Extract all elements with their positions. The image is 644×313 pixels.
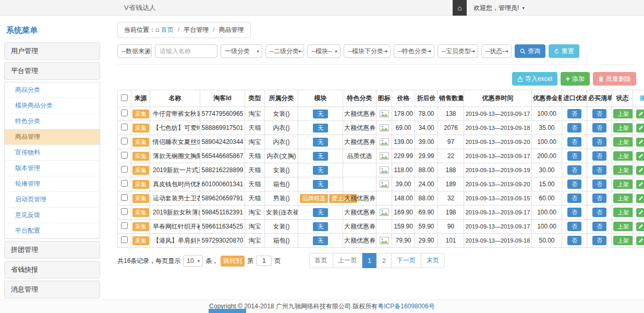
sidebar-subitem[interactable]: 商品分类	[5, 82, 100, 98]
status-button[interactable]: 上架	[613, 222, 633, 231]
status-button[interactable]: 上架	[613, 137, 633, 147]
must-buy-button[interactable]: 否	[592, 208, 606, 217]
filter-select[interactable]: --状态--▼	[481, 44, 512, 58]
row-checkbox[interactable]	[121, 152, 128, 159]
status-button[interactable]: 上架	[613, 123, 633, 133]
select-all-checkbox[interactable]	[121, 94, 128, 101]
breadcrumb-item[interactable]: 平台管理	[184, 26, 209, 33]
filter-select[interactable]: --模块--▼	[307, 44, 341, 58]
table-row: 采集薄款无钢圈文胸聚拢性...565446685867天猫内衣(文胸)无品质优选…	[118, 149, 644, 163]
import-optimal-button[interactable]: 否	[567, 179, 581, 189]
must-buy-button[interactable]: 否	[592, 165, 606, 175]
import-optimal-button[interactable]: 否	[567, 109, 581, 118]
edit-button[interactable]	[636, 138, 644, 147]
status-button[interactable]: 上架	[613, 208, 633, 217]
page-button[interactable]: 上一页	[332, 253, 362, 268]
home-button[interactable]: ⌂	[453, 0, 467, 16]
reset-button[interactable]: 重置	[549, 44, 579, 58]
row-checkbox[interactable]	[121, 124, 128, 130]
filter-select[interactable]: --宝贝类型--▼	[438, 44, 478, 58]
sidebar-section[interactable]: 省钱快报	[4, 261, 100, 279]
checkbox-cell	[118, 177, 131, 191]
import-optimal-button[interactable]: 否	[567, 208, 581, 217]
import-optimal-button[interactable]: 否	[567, 123, 581, 133]
page-button[interactable]: 首页	[309, 253, 333, 268]
filter-select[interactable]: 一级分类▼	[221, 44, 262, 58]
edit-button[interactable]	[636, 110, 644, 118]
import-optimal-button[interactable]: 否	[567, 165, 581, 175]
sidebar-section[interactable]: 用户管理	[4, 42, 100, 60]
must-buy-button[interactable]: 否	[592, 109, 606, 118]
status-button[interactable]: 上架	[613, 151, 633, 161]
status-button[interactable]: 上架	[613, 109, 633, 118]
page-button[interactable]: 2	[376, 253, 392, 268]
import-optimal-button[interactable]: 否	[567, 151, 581, 161]
import-optimal-button[interactable]: 否	[567, 222, 581, 231]
status-button[interactable]: 上架	[613, 194, 633, 203]
sidebar-subitem[interactable]: 宣传物料	[5, 145, 100, 161]
edit-button[interactable]	[636, 208, 644, 217]
filter-select[interactable]: --数据来源--▼	[117, 44, 152, 58]
name-search-input[interactable]	[155, 44, 217, 58]
must-buy-button[interactable]: 否	[592, 137, 606, 147]
edit-button[interactable]	[636, 124, 644, 133]
edit-button[interactable]	[636, 152, 644, 161]
import-excel-button[interactable]: 导入excel	[512, 72, 557, 86]
must-buy-button[interactable]: 否	[592, 151, 606, 161]
sidebar-subitem[interactable]: 平台配置	[5, 223, 100, 238]
import-optimal-button[interactable]: 否	[567, 194, 581, 203]
sidebar-section[interactable]: 消息管理	[4, 281, 100, 298]
page-button[interactable]: 下一页	[391, 253, 421, 268]
breadcrumb-item[interactable]: 商品管理	[219, 26, 244, 33]
filter-select[interactable]: --二级分类--▼	[265, 44, 304, 58]
sidebar-subitem[interactable]: 轮播管理	[5, 176, 100, 192]
icp-link[interactable]: 粤ICP备16098006号	[378, 302, 434, 311]
row-checkbox[interactable]	[121, 166, 128, 173]
page-number-input[interactable]	[256, 256, 272, 266]
row-checkbox[interactable]	[121, 138, 128, 145]
page-button[interactable]: 末页	[421, 253, 445, 268]
edit-button[interactable]	[636, 194, 644, 203]
product-name: 真皮钱包时尚优雅女士...	[150, 177, 200, 191]
must-buy-button[interactable]: 否	[592, 222, 606, 231]
jump-button[interactable]: 跳转到	[221, 256, 245, 267]
status-button[interactable]: 上架	[613, 236, 633, 245]
sidebar-subitem[interactable]: 版本管理	[5, 161, 100, 176]
edit-button[interactable]	[636, 180, 644, 189]
edit-button[interactable]	[636, 166, 644, 175]
must-buy-button[interactable]: 否	[592, 179, 606, 189]
page-button[interactable]: 1	[362, 253, 377, 268]
breadcrumb-item[interactable]: ⌂首页	[155, 26, 174, 33]
add-button[interactable]: + 添加	[561, 72, 590, 86]
row-checkbox[interactable]	[121, 194, 128, 201]
per-page-select[interactable]: 10 ▼	[183, 255, 203, 267]
must-buy-button[interactable]: 否	[592, 236, 606, 245]
sidebar-section[interactable]: 平台管理	[4, 62, 100, 80]
must-buy-button[interactable]: 否	[592, 194, 606, 203]
import-optimal-button[interactable]: 否	[567, 137, 581, 147]
must-buy-button[interactable]: 否	[592, 123, 606, 133]
user-menu[interactable]: 欢迎您，管理员! ▼	[473, 4, 525, 13]
row-checkbox[interactable]	[121, 236, 128, 243]
import-optimal-button[interactable]: 否	[567, 236, 581, 245]
edit-button[interactable]	[636, 222, 644, 231]
row-actions	[633, 135, 644, 149]
sidebar-subitem[interactable]: 特色分类	[5, 114, 100, 129]
sidebar-subitem[interactable]: 模块商品分类	[5, 98, 100, 114]
search-button[interactable]: 查询	[515, 44, 545, 58]
sidebar-section[interactable]: 拼团管理	[4, 241, 100, 259]
edit-button[interactable]	[636, 236, 644, 245]
batch-delete-button[interactable]: 批量删除	[593, 72, 636, 86]
row-checkbox[interactable]	[121, 180, 128, 187]
status-button[interactable]: 上架	[613, 165, 633, 175]
source-cell: 采集	[131, 135, 150, 149]
row-checkbox[interactable]	[121, 208, 128, 215]
sidebar-subitem[interactable]: 商品管理	[5, 129, 100, 145]
filter-select[interactable]: --模块下分类--▼	[344, 44, 391, 58]
row-checkbox[interactable]	[121, 110, 128, 116]
row-checkbox[interactable]	[121, 222, 128, 229]
sidebar-subitem[interactable]: 启动页管理	[5, 192, 100, 208]
status-button[interactable]: 上架	[613, 179, 633, 189]
filter-select[interactable]: --特色分类--▼	[394, 44, 434, 58]
sidebar-subitem[interactable]: 意见反馈	[5, 208, 100, 223]
